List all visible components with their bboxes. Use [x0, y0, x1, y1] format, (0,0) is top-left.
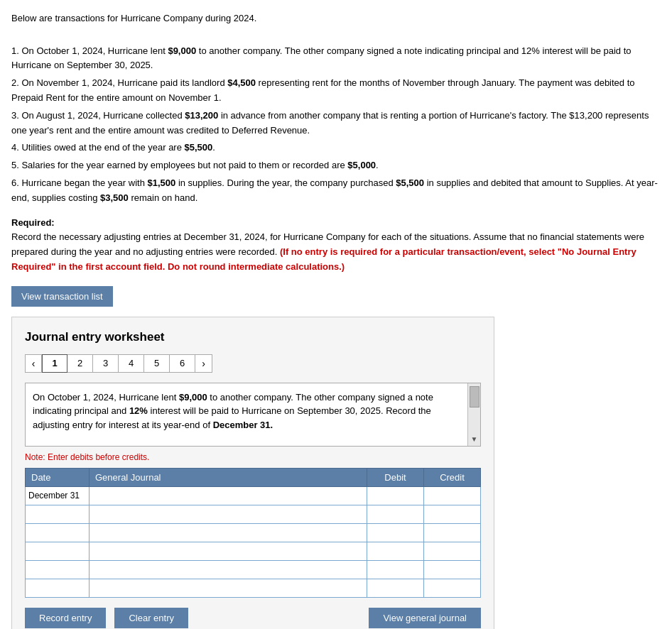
- col-date: Date: [26, 468, 90, 486]
- required-text1: Record the necessary adjusting entries a…: [11, 230, 661, 274]
- debit-input-6[interactable]: [370, 581, 421, 594]
- journal-table: Date General Journal Debit Credit Decemb…: [25, 468, 481, 598]
- credit-input-5[interactable]: [427, 563, 477, 576]
- journal-cell-4[interactable]: [90, 542, 367, 560]
- date-cell-3: [26, 523, 90, 542]
- credit-input-1[interactable]: [427, 489, 477, 502]
- debit-input-3[interactable]: [370, 526, 421, 539]
- journal-input-2[interactable]: [92, 508, 364, 520]
- credit-input-6[interactable]: [427, 581, 477, 594]
- scroll-thumb: [470, 386, 479, 408]
- credit-input-2[interactable]: [427, 508, 477, 520]
- table-row: December 31: [26, 486, 481, 505]
- clear-entry-button[interactable]: Clear entry: [114, 608, 188, 628]
- required-text2: (If no entry is required for a particula…: [11, 246, 636, 272]
- debit-input-2[interactable]: [370, 508, 421, 520]
- tab-prev-button[interactable]: ‹: [25, 354, 42, 373]
- date-cell-2: [26, 505, 90, 523]
- journal-cell-3[interactable]: [90, 523, 367, 542]
- tab-6[interactable]: 6: [170, 354, 195, 373]
- scenario-text: On October 1, 2024, Hurricane lent $9,00…: [33, 392, 433, 430]
- debit-cell-3[interactable]: [367, 523, 424, 542]
- col-debit: Debit: [367, 468, 424, 486]
- debit-input-5[interactable]: [370, 563, 421, 576]
- journal-input-3[interactable]: [92, 526, 364, 539]
- worksheet-title: Journal entry worksheet: [25, 330, 481, 344]
- col-general-journal: General Journal: [90, 468, 367, 486]
- journal-input-4[interactable]: [92, 545, 364, 557]
- intro-item-4: 4. Utilities owed at the end of the year…: [11, 141, 661, 155]
- journal-input-6[interactable]: [92, 581, 364, 594]
- intro-item-1: 1. On October 1, 2024, Hurricane lent $9…: [11, 44, 661, 74]
- required-label: Required:: [11, 217, 55, 228]
- credit-input-4[interactable]: [427, 545, 477, 557]
- tab-next-button[interactable]: ›: [195, 354, 212, 373]
- journal-cell-2[interactable]: [90, 505, 367, 523]
- journal-cell-1[interactable]: [90, 486, 367, 505]
- debit-cell-4[interactable]: [367, 542, 424, 560]
- record-entry-button[interactable]: Record entry: [25, 608, 106, 628]
- page-wrapper: Below are transactions for Hurricane Com…: [11, 11, 661, 629]
- credit-cell-3[interactable]: [424, 523, 481, 542]
- intro-item-5: 5. Salaries for the year earned by emplo…: [11, 158, 661, 173]
- scroll-down-icon: ▼: [471, 434, 478, 444]
- date-cell-6: [26, 579, 90, 597]
- table-row: [26, 542, 481, 560]
- credit-cell-2[interactable]: [424, 505, 481, 523]
- intro-item-3: 3. On August 1, 2024, Hurricane collecte…: [11, 109, 661, 138]
- credit-cell-1[interactable]: [424, 486, 481, 505]
- journal-cell-5[interactable]: [90, 560, 367, 579]
- credit-input-3[interactable]: [427, 526, 477, 539]
- intro-header: Below are transactions for Hurricane Com…: [11, 11, 661, 26]
- table-row: [26, 560, 481, 579]
- table-row: [26, 579, 481, 597]
- intro-item-2: 2. On November 1, 2024, Hurricane paid i…: [11, 76, 661, 106]
- tab-navigation: ‹ 1 2 3 4 5 6 ›: [25, 354, 481, 373]
- debit-cell-1[interactable]: [367, 486, 424, 505]
- table-row: [26, 505, 481, 523]
- tab-1[interactable]: 1: [42, 354, 67, 373]
- note-text: Note: Enter debits before credits.: [25, 452, 481, 462]
- tab-5[interactable]: 5: [144, 354, 170, 373]
- scrollbar[interactable]: ▼: [467, 383, 480, 446]
- debit-cell-5[interactable]: [367, 560, 424, 579]
- journal-input-1[interactable]: [92, 489, 364, 502]
- intro-section: Below are transactions for Hurricane Com…: [11, 11, 661, 206]
- view-general-journal-button[interactable]: View general journal: [369, 608, 481, 628]
- worksheet-container: Journal entry worksheet ‹ 1 2 3 4 5 6 › …: [11, 317, 494, 629]
- debit-input-1[interactable]: [370, 489, 421, 502]
- tab-4[interactable]: 4: [119, 354, 144, 373]
- journal-input-5[interactable]: [92, 563, 364, 576]
- table-row: [26, 523, 481, 542]
- tab-3[interactable]: 3: [93, 354, 119, 373]
- debit-input-4[interactable]: [370, 545, 421, 557]
- date-cell-1: December 31: [26, 486, 90, 505]
- required-section: Required: Record the necessary adjusting…: [11, 216, 661, 275]
- date-cell-5: [26, 560, 90, 579]
- credit-cell-5[interactable]: [424, 560, 481, 579]
- scenario-box: On October 1, 2024, Hurricane lent $9,00…: [25, 383, 481, 447]
- intro-item-6: 6. Hurricane began the year with $1,500 …: [11, 176, 661, 206]
- credit-cell-6[interactable]: [424, 579, 481, 597]
- journal-cell-6[interactable]: [90, 579, 367, 597]
- tab-2[interactable]: 2: [67, 354, 93, 373]
- col-credit: Credit: [424, 468, 481, 486]
- debit-cell-2[interactable]: [367, 505, 424, 523]
- view-transactions-button[interactable]: View transaction list: [11, 286, 113, 307]
- credit-cell-4[interactable]: [424, 542, 481, 560]
- button-row: Record entry Clear entry View general jo…: [25, 608, 481, 628]
- date-cell-4: [26, 542, 90, 560]
- debit-cell-6[interactable]: [367, 579, 424, 597]
